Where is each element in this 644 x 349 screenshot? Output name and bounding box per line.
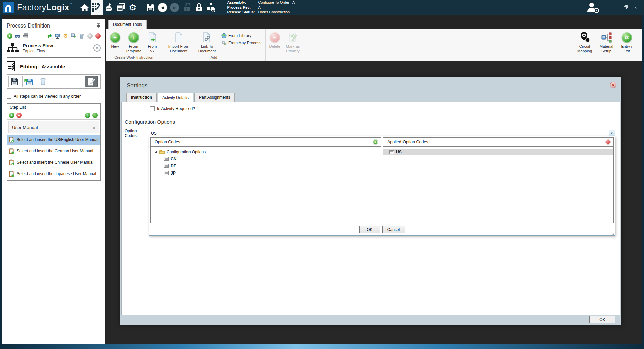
- process-flow-item[interactable]: Process Flow Typical Flow ∨: [7, 43, 101, 53]
- option-code-item[interactable]: DE: [151, 162, 381, 169]
- step-item[interactable]: Select and insert the US/English User Ma…: [7, 135, 100, 145]
- delete-process-button[interactable]: [79, 33, 85, 39]
- dialog-close-button[interactable]: ×: [610, 82, 616, 88]
- workspace: Document Tools + New ↓ From Template: [106, 19, 642, 344]
- step-item[interactable]: Select and insert the Japanese User Manu…: [7, 169, 100, 179]
- step-group-label: User Manual: [12, 125, 93, 130]
- picker-ok-button[interactable]: OK: [359, 226, 380, 233]
- ribbon-group-add: Import From Document Link To Document: [162, 29, 266, 61]
- is-activity-required-checkbox[interactable]: [150, 106, 155, 111]
- tab-document-tools[interactable]: Document Tools: [108, 20, 147, 29]
- add-step-button[interactable]: +: [9, 113, 14, 118]
- step-clipboard-icon: [9, 137, 14, 143]
- tree-root-row[interactable]: Configuration Options: [151, 148, 381, 155]
- circuit-mapping-button[interactable]: Circuit Mapping: [574, 30, 596, 55]
- import-document-icon: [175, 32, 183, 43]
- option-codes-combobox[interactable]: US ▼: [149, 130, 615, 137]
- restore-button[interactable]: [621, 3, 631, 12]
- from-v7-button[interactable]: From V7: [144, 30, 161, 55]
- lock-button[interactable]: [193, 0, 205, 15]
- dialog-title: Settings: [127, 82, 147, 89]
- process-editor-button[interactable]: [91, 0, 103, 15]
- remove-step-button[interactable]: −: [16, 113, 22, 118]
- back-button[interactable]: ◀: [157, 0, 169, 15]
- process-flow-title: Process Flow: [23, 43, 93, 48]
- process-search-button[interactable]: [205, 0, 217, 15]
- option-code-item[interactable]: CN: [151, 155, 381, 162]
- save-as-button[interactable]: [22, 76, 35, 87]
- new-button[interactable]: + New: [107, 30, 123, 55]
- tree-expander-icon[interactable]: [154, 150, 157, 153]
- remove-process-button[interactable]: −: [95, 33, 101, 39]
- edit-instruction-button[interactable]: [85, 76, 98, 87]
- close-button[interactable]: ×: [631, 3, 641, 12]
- delete-button[interactable]: − Delete: [267, 30, 282, 55]
- apply-option-button[interactable]: +: [373, 139, 378, 145]
- material-setup-button[interactable]: Material Setup: [596, 30, 617, 55]
- link-document-icon: [202, 32, 212, 43]
- tab-part-assignments[interactable]: Part Assignments: [194, 93, 235, 102]
- editing-header: Editing - Assemble: [7, 61, 101, 72]
- add-process-button[interactable]: +: [7, 33, 12, 39]
- from-v7-icon: [148, 32, 157, 43]
- remove-applied-option-button[interactable]: −: [605, 139, 611, 145]
- pin-icon[interactable]: [96, 23, 101, 28]
- find-button[interactable]: [15, 33, 20, 39]
- group-label-create: Create Work Instruction: [106, 55, 162, 61]
- main-nav: ⚙ ◀ ▶: [78, 0, 223, 15]
- collapse-group-icon[interactable]: ∧: [93, 125, 95, 130]
- step-item[interactable]: Select and insert the German User Manual: [7, 146, 100, 156]
- from-library-button[interactable]: From Library: [221, 32, 261, 39]
- import-from-document-button[interactable]: Import From Document: [164, 30, 194, 55]
- add-small-buttons: From Library From Any Process: [220, 30, 264, 55]
- applied-options-header: Applied Option Codes: [387, 140, 428, 144]
- presentation-button[interactable]: [55, 33, 60, 39]
- tab-activity-details[interactable]: Activity Details: [158, 93, 193, 102]
- expand-flow-button[interactable]: ∨: [93, 44, 101, 52]
- sync-steps-button[interactable]: ⇄: [47, 33, 52, 39]
- group-label-add: Add: [162, 55, 265, 61]
- is-activity-required-row: Is Activity Required?: [150, 106, 195, 111]
- mark-as-primary-button[interactable]: Mark as Primary: [282, 30, 303, 55]
- is-activity-required-label: Is Activity Required?: [157, 106, 195, 111]
- from-any-process-button[interactable]: From Any Process: [221, 39, 261, 47]
- move-step-down-button[interactable]: ↓: [92, 113, 98, 118]
- move-step-up-button[interactable]: ↑: [85, 113, 90, 118]
- resize-grip[interactable]: [611, 231, 614, 235]
- save-step-button[interactable]: [8, 76, 21, 87]
- user-status-badge: ×: [594, 8, 599, 13]
- user-button[interactable]: ×: [586, 2, 598, 13]
- from-template-button[interactable]: ↓ From Template: [123, 30, 144, 55]
- tab-instruction[interactable]: Instruction: [126, 93, 157, 102]
- combo-dropdown-button[interactable]: ▼: [609, 130, 615, 136]
- dialog-ok-button[interactable]: OK: [589, 316, 615, 323]
- reports-button[interactable]: [115, 0, 127, 15]
- minimize-button[interactable]: –: [610, 3, 621, 12]
- home-icon: [80, 3, 89, 11]
- step-clipboard-icon: [9, 148, 14, 154]
- export-button[interactable]: [71, 33, 76, 39]
- option-code-item[interactable]: JP: [151, 169, 381, 177]
- settings-button[interactable]: ⚙: [127, 0, 139, 15]
- all-steps-checkbox[interactable]: [7, 94, 11, 99]
- forward-button[interactable]: ▶: [169, 0, 181, 15]
- process-settings-button[interactable]: ⚙: [63, 33, 68, 39]
- picker-cancel-button[interactable]: Cancel: [382, 226, 405, 233]
- configuration-options-heading: Configuration Options: [125, 119, 175, 125]
- toolbar-separator: [220, 2, 220, 12]
- step-group-header[interactable]: User Manual ∧: [8, 121, 99, 133]
- assembly-label: Assembly:: [227, 0, 255, 5]
- step-item[interactable]: Select and insert the Chinese User Manua…: [7, 157, 100, 167]
- tree-root-label: Configuration Options: [167, 150, 206, 154]
- link-to-document-button[interactable]: Link To Document: [194, 30, 220, 55]
- save-button[interactable]: [145, 0, 157, 15]
- materials-button[interactable]: [103, 0, 115, 15]
- print-button[interactable]: [23, 33, 29, 39]
- entry-exit-button[interactable]: ⇄ Entry / Exit: [617, 30, 636, 55]
- refresh-button[interactable]: ↻: [87, 33, 93, 39]
- applied-option-item[interactable]: US: [383, 149, 613, 155]
- delete-step-button[interactable]: [37, 76, 49, 87]
- home-button[interactable]: [78, 0, 91, 15]
- unlock-button[interactable]: [181, 0, 193, 15]
- globe-icon: [221, 33, 227, 38]
